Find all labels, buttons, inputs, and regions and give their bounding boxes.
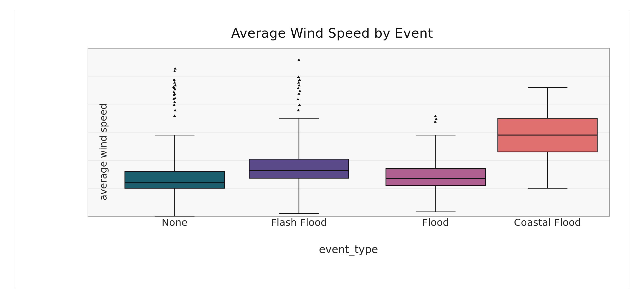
y-axis-label: average wind speed [98, 103, 109, 200]
svg-rect-56 [386, 169, 485, 185]
svg-text:None: None [162, 217, 188, 228]
chart-container: Average Wind Speed by Event average wind… [14, 10, 630, 288]
svg-text:Flood: Flood [422, 217, 449, 228]
chart-title: Average Wind Speed by Event [55, 26, 610, 41]
chart-plot: 0 5 10 15 20 25 30 [88, 48, 610, 240]
x-axis-label: event_type [88, 243, 610, 256]
svg-rect-38 [249, 159, 349, 178]
svg-rect-15 [125, 171, 224, 188]
svg-text:Flash Flood: Flash Flood [271, 217, 327, 228]
svg-text:Coastal Flood: Coastal Flood [514, 217, 581, 228]
